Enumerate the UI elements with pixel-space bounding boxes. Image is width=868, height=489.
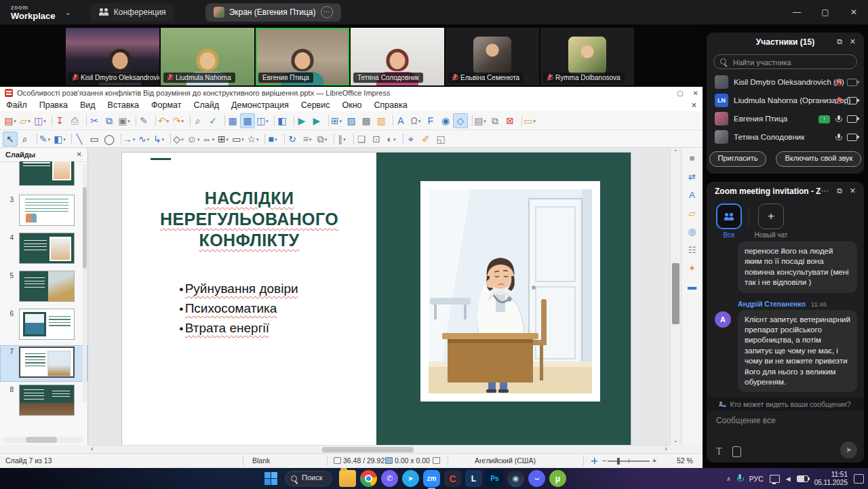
current-slide[interactable]: НАСЛІДКИНЕРЕГУЛЬОВАНОГОКОНФЛІКТУ Руйнува… (122, 153, 631, 445)
battery-icon[interactable] (797, 475, 808, 482)
keyboard-language[interactable]: РУС (749, 475, 764, 483)
mic-icon[interactable] (835, 79, 842, 87)
menu-item[interactable]: Правка (33, 99, 74, 111)
send-button[interactable]: ➤ (840, 442, 857, 458)
tab-shared-screen[interactable]: Экран (Евгения Птица) ⋯ (205, 3, 341, 22)
tab-options-icon[interactable]: ⋯ (321, 6, 333, 18)
taskbar-search[interactable]: Поиск (285, 471, 332, 486)
chevron-down-icon[interactable]: ⌄ (65, 8, 71, 17)
block-arrows-icon[interactable]: ⇔ (201, 132, 216, 146)
menu-item[interactable]: Демонстрация (225, 99, 295, 111)
flowchart-icon[interactable]: ⊞ (216, 132, 231, 146)
photoshop-icon[interactable]: Ps (486, 470, 503, 487)
speaker-icon[interactable]: ◀ (786, 475, 791, 482)
video-tile-rymma[interactable]: Rymma Dolbanosova (540, 28, 634, 85)
cut-icon[interactable]: ✂ (87, 113, 102, 128)
menu-item[interactable]: Слайд (187, 99, 225, 111)
menu-item[interactable]: Окно (336, 99, 368, 111)
connector-icon[interactable]: ↳ (151, 132, 166, 146)
distribute-icon[interactable]: ∥ (334, 132, 349, 146)
unmute-button[interactable]: Включить свой звук (776, 151, 861, 167)
slide-thumbnail-row[interactable]: 4 (0, 231, 87, 268)
snap-grid-icon[interactable]: ▦ (240, 113, 255, 128)
slide-thumbnail-row[interactable]: 3 (0, 193, 87, 230)
mic-icon[interactable] (835, 134, 842, 142)
effects-icon[interactable]: ✦ (685, 262, 700, 275)
mic-icon[interactable] (835, 115, 842, 123)
crop-icon[interactable]: ⊡ (369, 132, 384, 146)
vertical-scrollbar[interactable] (670, 148, 681, 445)
slide-thumbnail[interactable] (19, 271, 75, 302)
delete-slide-icon[interactable]: ⊠ (502, 113, 517, 128)
attach-file-icon[interactable] (732, 446, 741, 457)
navigator-icon[interactable]: ◎ (685, 225, 700, 239)
basic-shapes-icon[interactable]: ◇ (171, 132, 186, 146)
chat-privacy-note[interactable]: Кто может видеть ваши сообщения? (707, 397, 864, 411)
arrange-icon[interactable]: ⧉ (315, 132, 330, 146)
align-icon[interactable]: ≡ (300, 132, 315, 146)
fill-color-icon[interactable]: ◧ (52, 132, 67, 146)
zoom-in-button[interactable]: + (652, 454, 656, 468)
camera-icon[interactable] (847, 97, 857, 104)
sidebar-settings-icon[interactable]: ≡ (685, 152, 700, 165)
steam-icon[interactable]: ◉ (507, 470, 524, 487)
invite-button[interactable]: Пригласить (709, 151, 767, 167)
callouts-icon[interactable]: ▭ (231, 132, 245, 146)
close-button[interactable]: ✕ (693, 90, 698, 97)
participant-row[interactable]: Kisil Dmytro Oleksandrovich (Я) ↑ (707, 73, 864, 92)
minimize-button[interactable]: — (783, 7, 811, 17)
video-tile-evgenia[interactable]: Евгения Птица (256, 28, 349, 85)
slide-thumbnail-row[interactable]: 7 (0, 345, 87, 382)
start-button[interactable] (264, 472, 277, 485)
stars-icon[interactable]: ☆ (245, 132, 260, 146)
scrollbar-handle[interactable] (322, 447, 414, 452)
chat-message-input[interactable] (715, 415, 853, 426)
slide-thumbnail-row[interactable] (0, 161, 87, 190)
insert-media-icon[interactable]: ▩ (359, 113, 374, 128)
export-pdf-icon[interactable]: ↧ (52, 113, 67, 128)
helplines-icon[interactable]: ◫ (255, 113, 270, 128)
save-icon[interactable]: ◫ (33, 113, 47, 128)
slide-thumbnail-row[interactable]: 5 (0, 269, 87, 306)
character-icon[interactable]: A (685, 189, 700, 202)
insert-line-icon[interactable]: ╲ (72, 132, 87, 146)
zoom-level-status[interactable]: 52 % (677, 454, 693, 468)
undo-icon[interactable]: ↶ (156, 113, 171, 128)
master-slides-icon[interactable]: ▬ (685, 280, 700, 294)
slide-canvas[interactable]: НАСЛІДКИНЕРЕГУЛЬОВАНОГОКОНФЛІКТУ Руйнува… (88, 148, 670, 445)
chrome-icon[interactable] (360, 470, 377, 487)
duplicate-slide-icon[interactable]: ⧉ (488, 113, 502, 128)
message-bubble[interactable]: Клієнт запитує ветеринарний препарат рос… (738, 310, 857, 393)
slide-thumbnail[interactable] (19, 233, 75, 264)
tray-mic-icon[interactable] (737, 474, 743, 483)
glue-points-icon[interactable]: ✐ (418, 132, 433, 146)
mic-icon[interactable] (835, 97, 842, 105)
tab-meeting[interactable]: Конференция (90, 3, 174, 22)
zoom-slider-handle[interactable] (617, 458, 620, 465)
curve-icon[interactable]: ∿ (136, 132, 151, 146)
utorrent-icon[interactable]: µ (549, 470, 566, 487)
zoom-icon[interactable]: zm (423, 470, 440, 487)
tray-expand-icon[interactable]: ∧ (726, 475, 731, 482)
menu-item[interactable]: Справка (368, 99, 414, 111)
l-app-icon[interactable]: L (465, 470, 482, 487)
participant-row[interactable]: Тетяна Солодовник ↑ (707, 128, 864, 146)
viber-icon[interactable]: ✆ (381, 470, 398, 487)
camera-icon[interactable] (847, 134, 857, 141)
print-icon[interactable]: ⎙ (67, 113, 82, 128)
select-icon[interactable]: ↖ (3, 132, 18, 146)
start-slideshow-icon[interactable]: ▶ (294, 113, 309, 128)
new-chat-button[interactable]: + (758, 203, 784, 229)
participant-row[interactable]: Евгения Птица ↑ (707, 110, 864, 128)
horizontal-scrollbar[interactable] (88, 445, 670, 453)
more-options-icon[interactable]: ⋯ (821, 187, 829, 195)
zoom-icon[interactable]: ⌕ (18, 132, 33, 146)
close-icon[interactable]: ✕ (850, 187, 856, 195)
paste-icon[interactable]: ▣ (117, 113, 132, 128)
camera-icon[interactable] (847, 115, 857, 123)
filter-icon[interactable]: ◐ (384, 132, 399, 146)
panel-horizontal-scrollbar[interactable] (3, 437, 83, 443)
line-color-icon[interactable]: ✎ (37, 132, 52, 146)
tab-all-chat[interactable] (716, 203, 742, 229)
show-draw-functions-icon[interactable]: ◇ (453, 113, 468, 128)
